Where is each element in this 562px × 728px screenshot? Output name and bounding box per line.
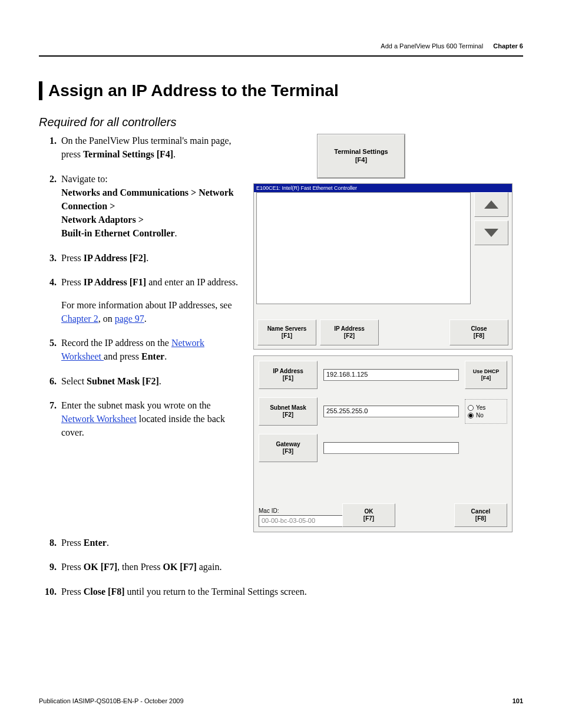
chapter-2-link[interactable]: Chapter 2 [61, 314, 98, 324]
step-7: Enter the subnet mask you wrote on the N… [39, 398, 239, 440]
step-5: Record the IP address on the Network Wor… [39, 336, 239, 363]
running-header: Add a PanelView Plus 600 Terminal Chapte… [39, 42, 523, 57]
terminal-settings-button-screenshot: Terminal Settings [F4] [317, 134, 405, 179]
heading-accent-bar [39, 81, 42, 100]
scroll-up-button[interactable] [474, 192, 508, 217]
radio-checked-icon [468, 413, 474, 419]
subnet-mask-field[interactable]: 255.255.255.0 [323, 406, 459, 417]
scroll-down-button[interactable] [474, 220, 508, 245]
network-adaptors-screenshot: E100CE1: Intel(R) Fast Ethernet Controll… [253, 183, 513, 350]
subnet-mask-button[interactable]: Subnet Mask[F2] [259, 397, 318, 426]
chapter-label: Chapter 6 [493, 42, 523, 50]
step-6: Select Subnet Mask [F2]. [39, 374, 239, 388]
step-4: Press IP Address [F1] and enter an IP ad… [39, 275, 239, 326]
page-title: Assign an IP Address to the Terminal [48, 81, 339, 100]
steps-list-continued: Press Enter. Press OK [F7], then Press O… [39, 536, 523, 598]
ip-address-f2-button[interactable]: IP Address[F2] [320, 319, 379, 345]
name-servers-button[interactable]: Name Servers[F1] [257, 319, 316, 345]
dhcp-yes-option[interactable]: Yes [468, 404, 504, 411]
step-8: Press Enter. [39, 536, 523, 549]
page-number: 101 [513, 697, 523, 704]
section-title: Add a PanelView Plus 600 Terminal [381, 42, 483, 50]
screenshots-column: Terminal Settings [F4] E100CE1: Intel(R)… [253, 134, 523, 532]
page-footer: Publication IASIMP-QS010B-EN-P - October… [39, 697, 523, 704]
page-97-link[interactable]: page 97 [115, 314, 144, 324]
gateway-button[interactable]: Gateway[F3] [259, 434, 318, 462]
arrow-up-icon [484, 200, 498, 209]
close-f8-button[interactable]: Close[F8] [449, 319, 508, 345]
mac-id-label: Mac ID: [259, 508, 279, 514]
dhcp-no-option[interactable]: No [468, 412, 504, 419]
controller-titlebar: E100CE1: Intel(R) Fast Ethernet Controll… [254, 184, 512, 192]
terminal-settings-button[interactable]: Terminal Settings [F4] [318, 134, 405, 178]
step-2: Navigate to: Networks and Communications… [39, 172, 239, 241]
use-dhcp-button[interactable]: Use DHCP[F4] [465, 361, 507, 389]
ip-address-f1-button[interactable]: IP Address[F1] [259, 361, 318, 389]
subheading: Required for all controllers [39, 116, 523, 129]
ok-f7-button[interactable]: OK[F7] [342, 503, 395, 527]
adaptors-listbox[interactable] [256, 192, 471, 304]
radio-icon [468, 405, 474, 411]
publication-id: Publication IASIMP-QS010B-EN-P - October… [39, 697, 184, 704]
step-1: On the PanelView Plus terminal's main pa… [39, 134, 239, 161]
dhcp-radio-group: Yes No [465, 399, 507, 424]
step-10: Press Close [F8] until you return to the… [39, 585, 523, 598]
cancel-f8-button[interactable]: Cancel[F8] [454, 503, 507, 527]
ip-address-field[interactable]: 192.168.1.125 [323, 369, 459, 381]
arrow-down-icon [484, 229, 498, 237]
network-worksheet-link-2[interactable]: Network Worksheet [61, 414, 137, 424]
ip-settings-screenshot: IP Address[F1] 192.168.1.125 Use DHCP[F4… [253, 355, 513, 532]
step-9: Press OK [F7], then Press OK [F7] again. [39, 560, 523, 574]
steps-list: On the PanelView Plus terminal's main pa… [39, 134, 239, 439]
step-3: Press IP Address [F2]. [39, 251, 239, 265]
gateway-field[interactable] [323, 442, 459, 454]
